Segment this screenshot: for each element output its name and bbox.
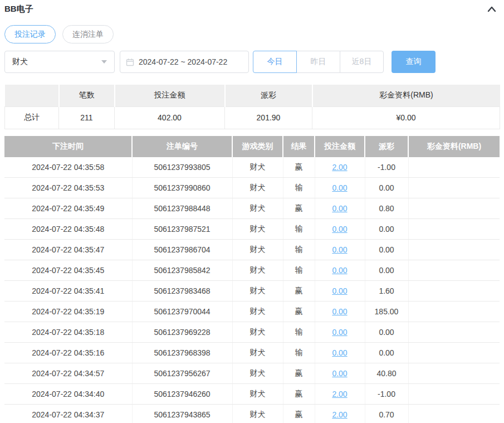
bet-amount-cell: 2.00 xyxy=(315,405,365,423)
bonus-cell xyxy=(408,240,500,260)
bet-time-cell: 2024-07-22 04:34:37 xyxy=(4,405,132,423)
bet-amount-cell: 0.00 xyxy=(315,219,365,240)
payout-cell: 40.80 xyxy=(365,363,408,384)
bet-amount-cell: 0.00 xyxy=(315,240,365,260)
table-row: 2024-07-22 04:35:53 5061237990860 财犬 输 0… xyxy=(4,178,500,198)
summary-header-bet-amount: 投注金额 xyxy=(115,85,225,106)
game-select[interactable]: 财犬 xyxy=(4,51,115,73)
records-header-bet-time: 下注时间 xyxy=(4,136,132,157)
bet-time-cell: 2024-07-22 04:35:53 xyxy=(4,178,132,198)
bonus-cell xyxy=(408,219,500,240)
result-cell: 赢 xyxy=(283,302,315,322)
payout-cell: 0.80 xyxy=(365,198,408,219)
bet-id-cell: 5061237986704 xyxy=(132,240,232,260)
date-range-input[interactable]: 2024-07-22 ~ 2024-07-22 xyxy=(120,51,249,73)
bonus-cell xyxy=(408,302,500,322)
bonus-cell xyxy=(408,343,500,363)
table-row: 2024-07-22 04:35:58 5061237993805 财犬 赢 2… xyxy=(4,157,500,178)
bet-amount-link[interactable]: 0.00 xyxy=(332,348,347,357)
game-type-cell: 财犬 xyxy=(232,302,283,322)
collapse-panel-button[interactable] xyxy=(485,3,498,14)
bet-id-cell: 5061237988448 xyxy=(132,198,232,219)
quick-range-yesterday[interactable]: 昨日 xyxy=(296,51,340,73)
bet-amount-cell: 0.00 xyxy=(315,302,365,322)
bet-amount-link[interactable]: 2.00 xyxy=(332,410,347,419)
payout-cell: 0.70 xyxy=(365,405,408,423)
bet-records-panel: BB电子 投注记录 连消注单 财犬 2024-07-22 ~ 2024-07-2… xyxy=(0,0,504,423)
summary-header-payout: 派彩 xyxy=(225,85,312,106)
chevron-down-icon xyxy=(101,60,107,64)
records-header-bonus: 彩金资料(RMB) xyxy=(408,136,500,157)
tab-cancelled-orders[interactable]: 连消注单 xyxy=(62,25,114,43)
tab-bar: 投注记录 连消注单 xyxy=(4,25,500,44)
bet-amount-cell: 2.00 xyxy=(315,384,365,405)
result-cell: 赢 xyxy=(283,198,315,219)
bet-amount-link[interactable]: 0.00 xyxy=(332,266,347,275)
bet-amount-link[interactable]: 0.00 xyxy=(332,328,347,337)
panel-header: BB电子 xyxy=(4,2,500,16)
bet-time-cell: 2024-07-22 04:35:18 xyxy=(4,322,132,343)
quick-range-last8days[interactable]: 近8日 xyxy=(340,51,384,73)
summary-header-empty xyxy=(5,85,59,106)
result-cell: 输 xyxy=(283,219,315,240)
records-header-result: 结果 xyxy=(283,136,315,157)
table-row: 2024-07-22 04:35:41 5061237983468 财犬 赢 0… xyxy=(4,281,500,302)
table-row: 2024-07-22 04:35:16 5061237968398 财犬 输 0… xyxy=(4,343,500,363)
records-header-bet-id: 注单编号 xyxy=(132,136,232,157)
table-row: 2024-07-22 04:35:19 5061237970044 财犬 赢 0… xyxy=(4,302,500,322)
bet-id-cell: 5061237968398 xyxy=(132,343,232,363)
bet-amount-link[interactable]: 2.00 xyxy=(332,163,347,172)
bet-time-cell: 2024-07-22 04:35:16 xyxy=(4,343,132,363)
bet-time-cell: 2024-07-22 04:35:45 xyxy=(4,260,132,281)
bonus-cell xyxy=(408,178,500,198)
payout-cell: -1.00 xyxy=(365,384,408,405)
records-header-game-type: 游戏类别 xyxy=(232,136,283,157)
bet-id-cell: 5061237987521 xyxy=(132,219,232,240)
summary-total-row: 总计 211 402.00 201.90 ¥0.00 xyxy=(5,106,500,129)
bonus-cell xyxy=(408,198,500,219)
bet-amount-cell: 2.00 xyxy=(315,157,365,178)
game-type-cell: 财犬 xyxy=(232,219,283,240)
filter-bar: 财犬 2024-07-22 ~ 2024-07-22 今日 昨日 近8日 查询 xyxy=(4,51,500,73)
table-row: 2024-07-22 04:35:18 5061237969228 财犬 输 0… xyxy=(4,322,500,343)
bet-amount-cell: 0.00 xyxy=(315,343,365,363)
bet-amount-cell: 0.00 xyxy=(315,363,365,384)
bonus-cell xyxy=(408,281,500,302)
summary-total-payout: 201.90 xyxy=(225,106,312,129)
bet-amount-link[interactable]: 0.00 xyxy=(332,204,347,213)
calendar-icon xyxy=(126,58,134,66)
tab-bet-records[interactable]: 投注记录 xyxy=(4,25,56,43)
result-cell: 赢 xyxy=(283,384,315,405)
bet-id-cell: 5061237993805 xyxy=(132,157,232,178)
result-cell: 输 xyxy=(283,240,315,260)
bet-amount-link[interactable]: 0.00 xyxy=(332,286,347,295)
bet-time-cell: 2024-07-22 04:34:57 xyxy=(4,363,132,384)
records-body: 2024-07-22 04:35:58 5061237993805 财犬 赢 2… xyxy=(4,157,500,423)
bet-amount-cell: 0.00 xyxy=(315,322,365,343)
table-row: 2024-07-22 04:34:57 5061237956267 财犬 赢 0… xyxy=(4,363,500,384)
game-type-cell: 财犬 xyxy=(232,363,283,384)
quick-range-today[interactable]: 今日 xyxy=(253,51,297,73)
payout-cell: 0.00 xyxy=(365,219,408,240)
summary-header-count: 笔数 xyxy=(59,85,115,106)
bet-amount-link[interactable]: 0.00 xyxy=(332,183,347,192)
table-row: 2024-07-22 04:35:47 5061237986704 财犬 输 0… xyxy=(4,240,500,260)
bet-amount-link[interactable]: 0.00 xyxy=(332,307,347,316)
bet-amount-link[interactable]: 2.00 xyxy=(332,390,347,398)
bet-time-cell: 2024-07-22 04:34:40 xyxy=(4,384,132,405)
result-cell: 输 xyxy=(283,322,315,343)
game-type-cell: 财犬 xyxy=(232,198,283,219)
bet-time-cell: 2024-07-22 04:35:47 xyxy=(4,240,132,260)
bet-amount-link[interactable]: 0.00 xyxy=(332,225,347,234)
game-type-cell: 财犬 xyxy=(232,178,283,198)
summary-total-label: 总计 xyxy=(5,106,59,129)
table-row: 2024-07-22 04:34:40 5061237946260 财犬 赢 2… xyxy=(4,384,500,405)
search-button[interactable]: 查询 xyxy=(392,51,436,73)
bet-amount-link[interactable]: 0.00 xyxy=(332,369,347,378)
bet-amount-cell: 0.00 xyxy=(315,281,365,302)
game-type-cell: 财犬 xyxy=(232,260,283,281)
date-range-value: 2024-07-22 ~ 2024-07-22 xyxy=(139,57,227,66)
quick-range-group: 今日 昨日 近8日 xyxy=(253,51,384,73)
bet-amount-link[interactable]: 0.00 xyxy=(332,245,347,254)
payout-cell: 0.00 xyxy=(365,343,408,363)
